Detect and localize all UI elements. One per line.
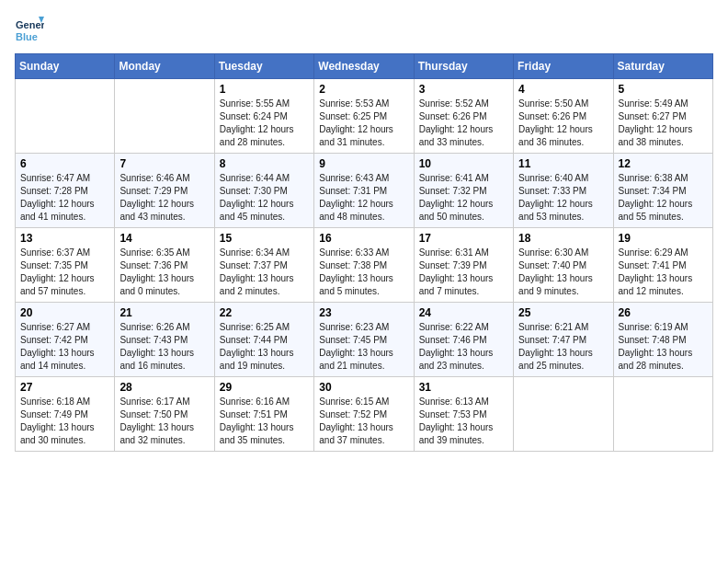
calendar-cell: 19Sunrise: 6:29 AM Sunset: 7:41 PM Dayli… bbox=[613, 228, 712, 303]
logo-svg: General Blue bbox=[15, 15, 44, 44]
calendar-cell: 16Sunrise: 6:33 AM Sunset: 7:38 PM Dayli… bbox=[314, 228, 414, 303]
calendar-cell: 21Sunrise: 6:26 AM Sunset: 7:43 PM Dayli… bbox=[115, 303, 214, 377]
calendar-week-0: 1Sunrise: 5:55 AM Sunset: 6:24 PM Daylig… bbox=[16, 79, 713, 154]
weekday-header-row: SundayMondayTuesdayWednesdayThursdayFrid… bbox=[16, 54, 713, 79]
weekday-sunday: Sunday bbox=[16, 54, 115, 79]
calendar-week-1: 6Sunrise: 6:47 AM Sunset: 7:28 PM Daylig… bbox=[16, 154, 713, 228]
calendar-cell: 13Sunrise: 6:37 AM Sunset: 7:35 PM Dayli… bbox=[16, 228, 115, 303]
day-info: Sunrise: 6:16 AM Sunset: 7:51 PM Dayligh… bbox=[220, 396, 309, 447]
day-info: Sunrise: 6:23 AM Sunset: 7:45 PM Dayligh… bbox=[319, 321, 408, 373]
calendar-cell: 12Sunrise: 6:38 AM Sunset: 7:34 PM Dayli… bbox=[613, 154, 712, 228]
weekday-friday: Friday bbox=[514, 54, 613, 79]
day-number: 24 bbox=[419, 306, 508, 319]
day-info: Sunrise: 6:29 AM Sunset: 7:41 PM Dayligh… bbox=[619, 247, 708, 298]
day-info: Sunrise: 6:41 AM Sunset: 7:32 PM Dayligh… bbox=[419, 172, 508, 224]
day-number: 18 bbox=[518, 232, 608, 245]
calendar-cell: 2Sunrise: 5:53 AM Sunset: 6:25 PM Daylig… bbox=[314, 79, 414, 154]
day-number: 9 bbox=[319, 157, 408, 170]
day-info: Sunrise: 6:46 AM Sunset: 7:29 PM Dayligh… bbox=[119, 172, 209, 224]
weekday-thursday: Thursday bbox=[414, 54, 513, 79]
day-number: 2 bbox=[319, 83, 408, 96]
calendar-week-2: 13Sunrise: 6:37 AM Sunset: 7:35 PM Dayli… bbox=[16, 228, 713, 303]
day-info: Sunrise: 6:21 AM Sunset: 7:47 PM Dayligh… bbox=[518, 321, 608, 373]
day-info: Sunrise: 6:35 AM Sunset: 7:36 PM Dayligh… bbox=[119, 247, 209, 298]
day-number: 12 bbox=[619, 157, 708, 170]
calendar-cell: 8Sunrise: 6:44 AM Sunset: 7:30 PM Daylig… bbox=[214, 154, 313, 228]
day-number: 3 bbox=[419, 83, 508, 96]
day-number: 13 bbox=[20, 232, 109, 245]
day-number: 11 bbox=[518, 157, 608, 170]
calendar-cell bbox=[16, 79, 115, 154]
day-number: 26 bbox=[619, 306, 708, 319]
day-number: 20 bbox=[20, 306, 109, 319]
calendar-cell: 17Sunrise: 6:31 AM Sunset: 7:39 PM Dayli… bbox=[414, 228, 513, 303]
calendar-cell bbox=[514, 377, 613, 452]
weekday-saturday: Saturday bbox=[613, 54, 712, 79]
day-number: 1 bbox=[220, 83, 309, 96]
day-info: Sunrise: 6:30 AM Sunset: 7:40 PM Dayligh… bbox=[518, 247, 608, 298]
day-info: Sunrise: 6:13 AM Sunset: 7:53 PM Dayligh… bbox=[419, 396, 508, 447]
logo: General Blue bbox=[15, 15, 44, 44]
calendar-cell: 18Sunrise: 6:30 AM Sunset: 7:40 PM Dayli… bbox=[514, 228, 613, 303]
day-number: 5 bbox=[619, 83, 708, 96]
calendar-cell: 3Sunrise: 5:52 AM Sunset: 6:26 PM Daylig… bbox=[414, 79, 513, 154]
day-info: Sunrise: 5:55 AM Sunset: 6:24 PM Dayligh… bbox=[220, 98, 309, 149]
day-number: 23 bbox=[319, 306, 408, 319]
day-info: Sunrise: 6:25 AM Sunset: 7:44 PM Dayligh… bbox=[220, 321, 309, 373]
calendar-cell: 4Sunrise: 5:50 AM Sunset: 6:26 PM Daylig… bbox=[514, 79, 613, 154]
calendar-cell: 27Sunrise: 6:18 AM Sunset: 7:49 PM Dayli… bbox=[16, 377, 115, 452]
svg-text:Blue: Blue bbox=[16, 31, 38, 42]
calendar-cell: 9Sunrise: 6:43 AM Sunset: 7:31 PM Daylig… bbox=[314, 154, 414, 228]
page-header: General Blue bbox=[15, 15, 713, 44]
day-info: Sunrise: 6:31 AM Sunset: 7:39 PM Dayligh… bbox=[419, 247, 508, 298]
weekday-tuesday: Tuesday bbox=[214, 54, 313, 79]
day-info: Sunrise: 6:15 AM Sunset: 7:52 PM Dayligh… bbox=[319, 396, 408, 447]
day-number: 6 bbox=[20, 157, 109, 170]
day-info: Sunrise: 6:43 AM Sunset: 7:31 PM Dayligh… bbox=[319, 172, 408, 224]
day-number: 25 bbox=[518, 306, 608, 319]
calendar-cell: 10Sunrise: 6:41 AM Sunset: 7:32 PM Dayli… bbox=[414, 154, 513, 228]
day-number: 17 bbox=[419, 232, 508, 245]
day-info: Sunrise: 6:19 AM Sunset: 7:48 PM Dayligh… bbox=[619, 321, 708, 373]
calendar-cell: 6Sunrise: 6:47 AM Sunset: 7:28 PM Daylig… bbox=[16, 154, 115, 228]
day-number: 19 bbox=[619, 232, 708, 245]
day-info: Sunrise: 6:37 AM Sunset: 7:35 PM Dayligh… bbox=[20, 247, 109, 298]
calendar-cell: 11Sunrise: 6:40 AM Sunset: 7:33 PM Dayli… bbox=[514, 154, 613, 228]
calendar-cell: 28Sunrise: 6:17 AM Sunset: 7:50 PM Dayli… bbox=[115, 377, 214, 452]
calendar-cell: 25Sunrise: 6:21 AM Sunset: 7:47 PM Dayli… bbox=[514, 303, 613, 377]
day-info: Sunrise: 5:52 AM Sunset: 6:26 PM Dayligh… bbox=[419, 98, 508, 149]
calendar-cell: 20Sunrise: 6:27 AM Sunset: 7:42 PM Dayli… bbox=[16, 303, 115, 377]
day-number: 30 bbox=[319, 381, 408, 394]
calendar-cell: 22Sunrise: 6:25 AM Sunset: 7:44 PM Dayli… bbox=[214, 303, 313, 377]
day-number: 27 bbox=[20, 381, 109, 394]
day-number: 7 bbox=[119, 157, 209, 170]
calendar-cell: 24Sunrise: 6:22 AM Sunset: 7:46 PM Dayli… bbox=[414, 303, 513, 377]
calendar-cell: 1Sunrise: 5:55 AM Sunset: 6:24 PM Daylig… bbox=[214, 79, 313, 154]
day-info: Sunrise: 5:53 AM Sunset: 6:25 PM Dayligh… bbox=[319, 98, 408, 149]
day-info: Sunrise: 6:44 AM Sunset: 7:30 PM Dayligh… bbox=[220, 172, 309, 224]
calendar-cell: 14Sunrise: 6:35 AM Sunset: 7:36 PM Dayli… bbox=[115, 228, 214, 303]
weekday-monday: Monday bbox=[115, 54, 214, 79]
day-info: Sunrise: 6:26 AM Sunset: 7:43 PM Dayligh… bbox=[119, 321, 209, 373]
calendar-cell: 29Sunrise: 6:16 AM Sunset: 7:51 PM Dayli… bbox=[214, 377, 313, 452]
day-number: 4 bbox=[518, 83, 608, 96]
calendar-week-3: 20Sunrise: 6:27 AM Sunset: 7:42 PM Dayli… bbox=[16, 303, 713, 377]
day-number: 15 bbox=[220, 232, 309, 245]
calendar-body: 1Sunrise: 5:55 AM Sunset: 6:24 PM Daylig… bbox=[16, 79, 713, 452]
day-number: 22 bbox=[220, 306, 309, 319]
calendar-table: SundayMondayTuesdayWednesdayThursdayFrid… bbox=[15, 53, 713, 452]
day-info: Sunrise: 6:34 AM Sunset: 7:37 PM Dayligh… bbox=[220, 247, 309, 298]
calendar-cell: 15Sunrise: 6:34 AM Sunset: 7:37 PM Dayli… bbox=[214, 228, 313, 303]
calendar-cell: 30Sunrise: 6:15 AM Sunset: 7:52 PM Dayli… bbox=[314, 377, 414, 452]
day-number: 29 bbox=[220, 381, 309, 394]
calendar-cell: 7Sunrise: 6:46 AM Sunset: 7:29 PM Daylig… bbox=[115, 154, 214, 228]
day-info: Sunrise: 6:47 AM Sunset: 7:28 PM Dayligh… bbox=[20, 172, 109, 224]
day-number: 8 bbox=[220, 157, 309, 170]
day-info: Sunrise: 6:33 AM Sunset: 7:38 PM Dayligh… bbox=[319, 247, 408, 298]
day-info: Sunrise: 6:27 AM Sunset: 7:42 PM Dayligh… bbox=[20, 321, 109, 373]
day-number: 31 bbox=[419, 381, 508, 394]
day-number: 28 bbox=[119, 381, 209, 394]
calendar-cell bbox=[613, 377, 712, 452]
weekday-wednesday: Wednesday bbox=[314, 54, 414, 79]
calendar-cell: 26Sunrise: 6:19 AM Sunset: 7:48 PM Dayli… bbox=[613, 303, 712, 377]
